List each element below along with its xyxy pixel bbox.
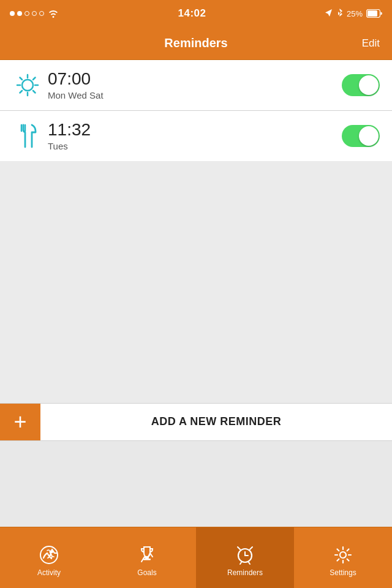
tab-item-goals[interactable]: Goals bbox=[98, 527, 196, 588]
dot-5 bbox=[39, 11, 44, 16]
svg-line-24 bbox=[249, 562, 250, 564]
tab-label-goals: Goals bbox=[137, 568, 156, 577]
fork-knife-icon bbox=[15, 123, 40, 149]
status-bar: 14:02 25% bbox=[0, 0, 392, 27]
tab-label-reminders: Reminders bbox=[227, 568, 263, 577]
signal-dots bbox=[10, 11, 44, 16]
dot-1 bbox=[10, 11, 15, 16]
svg-line-22 bbox=[250, 547, 252, 549]
plus-symbol: + bbox=[13, 411, 26, 433]
dot-3 bbox=[24, 11, 29, 16]
svg-line-9 bbox=[33, 77, 36, 80]
bluetooth-icon bbox=[336, 9, 343, 18]
battery-percent: 25% bbox=[347, 9, 363, 18]
goals-icon bbox=[136, 544, 158, 566]
location-icon bbox=[325, 9, 333, 18]
svg-line-10 bbox=[20, 91, 23, 93]
svg-point-2 bbox=[22, 80, 33, 91]
reminder-item-1[interactable]: 07:00 Mon Wed Sat bbox=[0, 60, 392, 110]
status-time: 14:02 bbox=[178, 7, 206, 20]
dot-2 bbox=[17, 11, 22, 16]
battery-icon bbox=[366, 9, 382, 18]
wifi-icon bbox=[48, 9, 59, 18]
svg-rect-17 bbox=[143, 559, 151, 560]
reminder-icon-fork-knife bbox=[12, 123, 43, 149]
nav-title: Reminders bbox=[164, 36, 227, 50]
edit-button[interactable]: Edit bbox=[362, 37, 380, 50]
reminder-item-2[interactable]: 11:32 Tues bbox=[0, 110, 392, 161]
reminder-info-2: 11:32 Tues bbox=[43, 121, 342, 151]
empty-area bbox=[0, 161, 392, 403]
reminder-info-1: 07:00 Mon Wed Sat bbox=[43, 70, 342, 100]
reminder-list: 07:00 Mon Wed Sat 11:32 Tues bbox=[0, 60, 392, 161]
reminders-icon bbox=[234, 544, 256, 566]
status-right: 25% bbox=[325, 9, 382, 18]
reminder-time-2: 11:32 bbox=[48, 121, 342, 140]
svg-point-15 bbox=[50, 550, 53, 553]
add-plus-button[interactable]: + bbox=[0, 404, 40, 440]
settings-icon bbox=[332, 544, 354, 566]
reminder-days-1: Mon Wed Sat bbox=[48, 90, 342, 100]
reminder-time-1: 07:00 bbox=[48, 70, 342, 89]
svg-line-7 bbox=[20, 77, 23, 80]
tab-label-activity: Activity bbox=[37, 568, 61, 577]
reminder-days-2: Tues bbox=[48, 141, 342, 151]
svg-line-23 bbox=[240, 562, 241, 564]
svg-rect-1 bbox=[368, 10, 377, 17]
svg-line-21 bbox=[238, 547, 240, 549]
tab-item-reminders[interactable]: Reminders bbox=[196, 527, 294, 588]
svg-rect-16 bbox=[145, 557, 149, 559]
svg-point-25 bbox=[340, 552, 346, 558]
reminder-toggle-2[interactable] bbox=[342, 125, 380, 147]
tab-item-settings[interactable]: Settings bbox=[294, 527, 392, 588]
tab-item-activity[interactable]: Activity bbox=[0, 527, 98, 588]
dot-4 bbox=[32, 11, 37, 16]
reminder-toggle-1[interactable] bbox=[342, 74, 380, 96]
activity-icon bbox=[38, 544, 60, 566]
sun-icon bbox=[14, 72, 41, 99]
add-reminder-bar[interactable]: + ADD A NEW REMINDER bbox=[0, 403, 392, 441]
tab-label-settings: Settings bbox=[330, 568, 356, 577]
svg-line-8 bbox=[33, 91, 36, 93]
nav-bar: Reminders Edit bbox=[0, 27, 392, 60]
add-label[interactable]: ADD A NEW REMINDER bbox=[40, 404, 392, 440]
status-left bbox=[10, 9, 59, 18]
reminder-icon-sun bbox=[12, 72, 43, 99]
tab-bar: Activity Goals bbox=[0, 527, 392, 588]
